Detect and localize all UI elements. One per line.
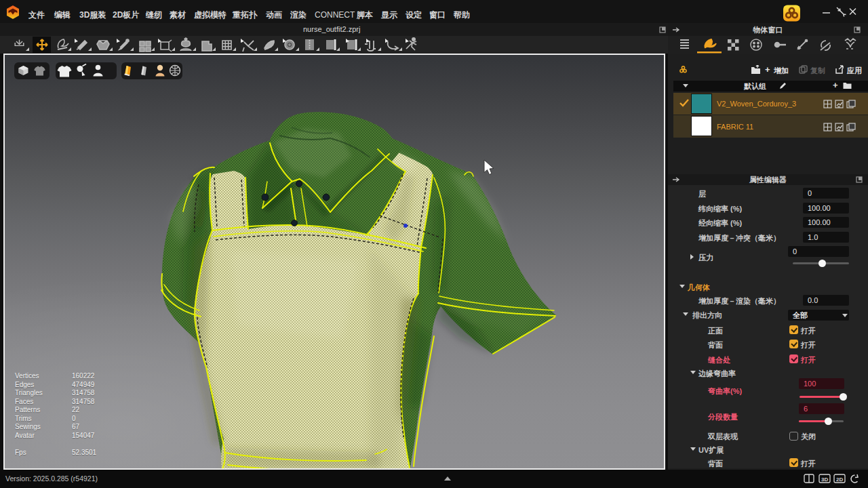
svg-text:2D: 2D [836, 476, 843, 483]
svg-text:3D: 3D [821, 476, 828, 483]
